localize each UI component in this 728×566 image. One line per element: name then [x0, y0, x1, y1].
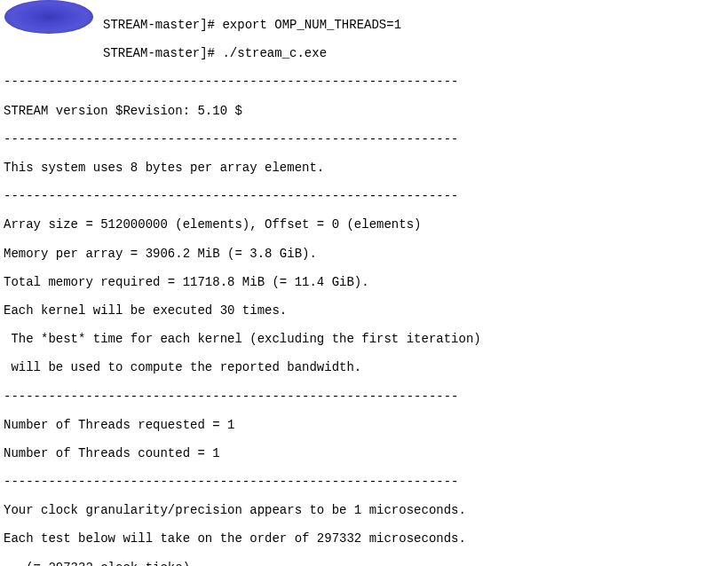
kernel-exec: Each kernel will be executed 30 times. [4, 303, 724, 318]
divider-line: ----------------------------------------… [4, 189, 724, 203]
divider-line: ----------------------------------------… [4, 132, 724, 146]
divider-line: ----------------------------------------… [4, 475, 724, 489]
threads-counted: Number of Threads counted = 1 [4, 446, 724, 460]
total-memory: Total memory required = 11718.8 MiB (= 1… [4, 275, 724, 289]
divider-line: ----------------------------------------… [4, 75, 724, 89]
best-time-1: The *best* time for each kernel (excludi… [4, 332, 724, 346]
threads-requested: Number of Threads requested = 1 [4, 418, 724, 432]
system-info: This system uses 8 bytes per array eleme… [4, 161, 724, 175]
best-time-2: will be used to compute the reported ban… [4, 360, 724, 374]
shell-prompt-line-1: STREAM-master]# export OMP_NUM_THREADS=1 [103, 18, 724, 32]
divider-line: ----------------------------------------… [4, 389, 724, 404]
array-size: Array size = 512000000 (elements), Offse… [4, 217, 724, 232]
test-order: Each test below will take on the order o… [4, 531, 724, 546]
clock-ticks: (= 297332 clock ticks) [4, 561, 724, 566]
clock-granularity: Your clock granularity/precision appears… [4, 503, 724, 517]
memory-per-array: Memory per array = 3906.2 MiB (= 3.8 GiB… [4, 247, 724, 261]
stream-version: STREAM version $Revision: 5.10 $ [4, 104, 724, 118]
shell-prompt-line-2: STREAM-master]# ./stream_c.exe [103, 46, 724, 60]
redacted-blob [4, 0, 93, 34]
terminal-output: STREAM-master]# export OMP_NUM_THREADS=1… [0, 0, 728, 566]
